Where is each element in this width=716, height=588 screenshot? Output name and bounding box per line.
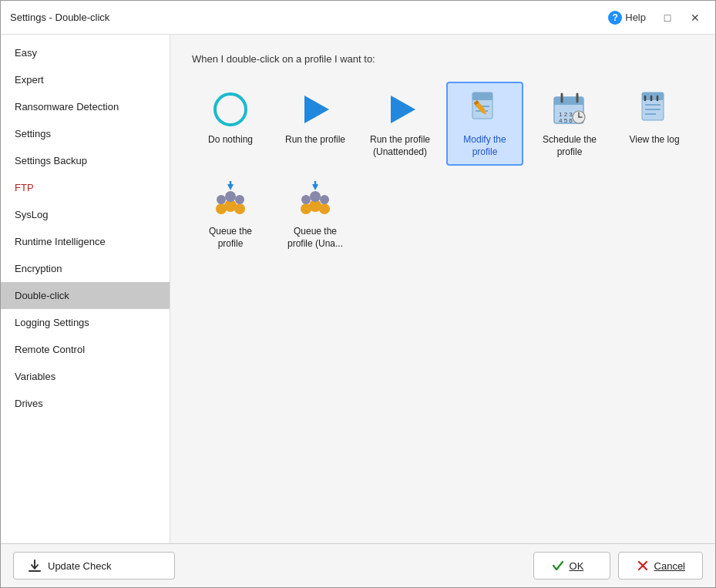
svg-point-32 [217,195,226,204]
view-log-label: View the log [629,134,679,146]
icon-item-run-profile-unattended[interactable]: Run the profile (Unattended) [361,82,439,166]
svg-point-0 [215,94,246,125]
minimize-button[interactable]: □ [657,7,678,29]
do-nothing-icon [210,89,250,129]
sidebar-item-double-click[interactable]: Double-click [1,282,170,309]
queue-profile-icon [210,181,250,221]
sidebar: EasyExpertRansomware DetectionSettingsSe… [1,35,170,543]
sidebar-item-runtime-intelligence[interactable]: Runtime Intelligence [1,228,170,255]
svg-point-37 [301,203,311,214]
svg-point-38 [319,203,330,214]
svg-marker-1 [304,96,329,123]
close-button[interactable]: ✕ [684,7,706,29]
svg-text:4 5 6: 4 5 6 [559,117,573,124]
main-area: EasyExpertRansomware DetectionSettingsSe… [1,35,715,543]
sidebar-item-expert[interactable]: Expert [1,66,170,93]
do-nothing-label: Do nothing [208,134,253,146]
svg-point-40 [301,195,311,204]
sidebar-item-remote-control[interactable]: Remote Control [1,336,170,363]
icon-item-queue-profile[interactable]: Queue the profile [192,173,269,257]
queue-profile-unattended-label: Queue the profile (Una... [283,226,348,250]
title-bar: Settings - Double-click ? Help □ ✕ [1,1,715,35]
settings-window: Settings - Double-click ? Help □ ✕ EasyE… [0,0,716,588]
queue-profile-unattended-icon [295,181,335,221]
view-log-icon [634,89,674,129]
svg-point-39 [310,191,321,202]
help-icon: ? [608,11,622,25]
icon-item-schedule-profile[interactable]: 1 2 3 4 5 6 Schedule the profile [531,82,608,166]
svg-point-33 [235,195,244,204]
modify-profile-icon [465,89,505,129]
schedule-profile-label: Schedule the profile [537,134,602,158]
svg-point-31 [225,191,236,202]
bottom-bar: Update Check OK Cancel [1,543,715,587]
sidebar-item-settings-backup[interactable]: Settings Backup [1,147,170,174]
sidebar-item-variables[interactable]: Variables [1,363,170,390]
sidebar-item-settings[interactable]: Settings [1,120,170,147]
sidebar-item-logging-settings[interactable]: Logging Settings [1,309,170,336]
run-profile-unattended-label: Run the profile (Unattended) [368,134,432,158]
icon-item-run-profile[interactable]: Run the profile [277,82,354,166]
sidebar-item-syslog[interactable]: SysLog [1,201,170,228]
ok-checkmark-icon [551,559,565,573]
bottom-right-buttons: OK Cancel [533,552,703,580]
run-profile-label: Run the profile [285,134,345,146]
icons-grid: Do nothingRun the profileRun the profile… [192,82,694,257]
cancel-label: Cancel [654,560,685,572]
schedule-profile-icon: 1 2 3 4 5 6 [550,89,590,129]
download-icon [28,559,42,573]
sidebar-item-ransomware-detection[interactable]: Ransomware Detection [1,93,170,120]
sidebar-item-ftp[interactable]: FTP [1,174,170,201]
update-check-button[interactable]: Update Check [13,552,175,580]
svg-point-41 [320,195,329,204]
svg-point-29 [216,203,227,214]
run-profile-icon [295,89,335,129]
sidebar-item-easy[interactable]: Easy [1,39,170,66]
sidebar-item-encryption[interactable]: Encryption [1,255,170,282]
queue-profile-label: Queue the profile [198,226,263,250]
svg-marker-2 [391,96,415,123]
run-profile-unattended-icon [380,89,420,129]
icon-item-do-nothing[interactable]: Do nothing [192,82,269,166]
ok-label: OK [570,560,584,572]
update-check-label: Update Check [48,560,111,572]
content-area: When I double-click on a profile I want … [170,35,715,543]
svg-point-30 [234,203,245,214]
window-title: Settings - Double-click [10,12,109,23]
icon-item-modify-profile[interactable]: Modify the profile [446,82,523,166]
cancel-button[interactable]: Cancel [618,552,703,580]
modify-profile-label: Modify the profile [452,134,517,158]
title-bar-controls: ? Help □ ✕ [603,7,706,29]
content-instruction: When I double-click on a profile I want … [192,53,694,65]
icon-item-queue-profile-unattended[interactable]: Queue the profile (Una... [277,173,354,257]
icon-item-view-log[interactable]: View the log [616,82,693,166]
svg-rect-4 [472,92,492,100]
help-button[interactable]: ? Help [603,9,650,26]
ok-button[interactable]: OK [533,552,610,580]
cancel-x-icon [636,559,650,573]
svg-rect-12 [554,102,583,105]
sidebar-item-drives[interactable]: Drives [1,390,170,417]
help-label: Help [625,12,646,23]
